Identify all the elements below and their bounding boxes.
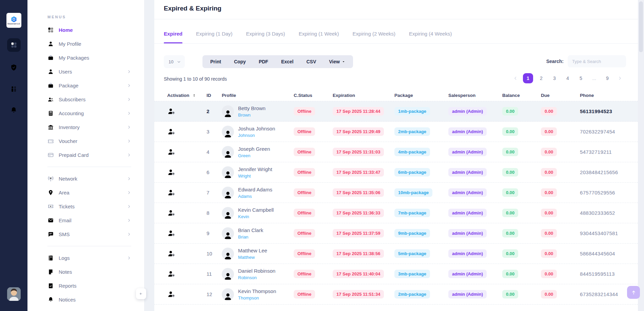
rail-gift-referral-icon[interactable] xyxy=(10,85,18,94)
package-badge[interactable]: 7mb-package xyxy=(394,209,430,217)
package-badge[interactable]: 5mb-package xyxy=(394,249,430,258)
rail-shield-check-icon[interactable] xyxy=(10,64,18,73)
pagination-prev-button[interactable] xyxy=(511,73,520,83)
rail-bell-icon[interactable] xyxy=(10,106,18,116)
column-header-salesperson[interactable]: Salesperson xyxy=(445,93,499,98)
scroll-to-top-button[interactable] xyxy=(627,286,640,299)
tab-expiring-3-days[interactable]: Expiring (3 Days) xyxy=(246,24,285,43)
pagination-next-button[interactable] xyxy=(616,73,624,83)
scrollbar-thumb[interactable] xyxy=(639,1,643,52)
activation-cell[interactable] xyxy=(164,290,203,298)
icon-rail: Onezeroart LLC xyxy=(0,0,27,311)
activation-cell[interactable] xyxy=(164,229,203,237)
main-content: Expired & Expiring ExpiredExpiring (1 Da… xyxy=(154,0,644,311)
activation-cell[interactable] xyxy=(164,188,203,197)
tab-expired[interactable]: Expired xyxy=(164,24,182,43)
sidebar-item-reports[interactable]: Reports xyxy=(27,279,144,293)
subscriber-username-link[interactable]: Johnson xyxy=(238,133,275,138)
package-badge[interactable]: 3mb-package xyxy=(394,270,430,278)
pagination-page-3[interactable]: 3 xyxy=(549,73,560,83)
sidebar-item-users[interactable]: Users xyxy=(27,65,144,79)
sidebar-item-subscribers[interactable]: Subscribers xyxy=(27,92,144,106)
page-size-select[interactable]: 10 xyxy=(164,55,185,68)
pagination-page-5[interactable]: 5 xyxy=(576,73,586,83)
tab-expiring-4-weeks[interactable]: Expiring (4 Weeks) xyxy=(409,24,452,43)
sidebar-item-notes[interactable]: Notes xyxy=(27,265,144,279)
activation-cell[interactable] xyxy=(164,148,203,156)
pdf-button[interactable]: PDF xyxy=(252,56,275,67)
page-scrollbar[interactable] xyxy=(638,0,644,311)
search-input[interactable] xyxy=(568,55,626,67)
subscriber-username-link[interactable]: Robinson xyxy=(238,275,275,280)
column-header-profile[interactable]: Profile xyxy=(218,93,290,98)
rail-dashboard-button[interactable] xyxy=(7,38,21,52)
sidebar-item-package[interactable]: Package xyxy=(27,79,144,92)
due-badge: 0.00 xyxy=(541,107,557,116)
expiry-tabs: ExpiredExpiring (1 Day)Expiring (3 Days)… xyxy=(164,24,644,43)
sidebar-item-home[interactable]: Home xyxy=(27,23,144,37)
sidebar-item-email[interactable]: Email xyxy=(27,213,144,227)
sidebar-item-network[interactable]: Network xyxy=(27,172,144,186)
column-header-balance[interactable]: Balance xyxy=(499,93,538,98)
activation-cell[interactable] xyxy=(164,270,203,278)
sidebar-item-accounting[interactable]: Accounting xyxy=(27,106,144,120)
package-badge[interactable]: 2mb-package xyxy=(394,290,430,298)
column-header-c-status[interactable]: C.Status xyxy=(290,93,329,98)
user-profile-photo[interactable] xyxy=(7,287,21,301)
activation-cell[interactable] xyxy=(164,127,203,136)
pagination-page-4[interactable]: 4 xyxy=(563,73,573,83)
tab-expiring-2-weeks[interactable]: Expiring (2 Weeks) xyxy=(353,24,395,43)
subscriber-username-link[interactable]: Adams xyxy=(238,194,272,199)
sidebar-item-tickets[interactable]: Tickets xyxy=(27,200,144,213)
tab-expiring-1-week[interactable]: Expiring (1 Week) xyxy=(299,24,339,43)
view-dropdown-button[interactable]: View xyxy=(323,56,352,67)
subscriber-username-link[interactable]: Green xyxy=(238,153,270,158)
column-header-id[interactable]: ID xyxy=(203,93,218,98)
sidebar-item-my-profile[interactable]: My Profile xyxy=(27,37,144,51)
subscriber-username-link[interactable]: Brian xyxy=(238,234,263,240)
package-badge[interactable]: 4mb-package xyxy=(394,148,430,156)
pagination-page-1[interactable]: 1 xyxy=(523,73,533,83)
sidebar-item-voucher[interactable]: Voucher xyxy=(27,134,144,148)
pagination-page-2[interactable]: 2 xyxy=(536,73,546,83)
sort-icon[interactable] xyxy=(192,93,196,98)
column-header-phone[interactable]: Phone xyxy=(577,93,631,98)
subscriber-username-link[interactable]: Wright xyxy=(238,173,272,179)
activation-cell[interactable] xyxy=(164,209,203,217)
column-header-expiration[interactable]: Expiration xyxy=(329,93,391,98)
tabs-divider xyxy=(154,43,644,44)
sidebar-item-prepaid-card[interactable]: Prepaid Card xyxy=(27,148,144,162)
package-badge[interactable]: 10mb-package xyxy=(394,188,432,197)
rail-icon-stack xyxy=(0,64,27,116)
package-badge[interactable]: 1mb-package xyxy=(394,107,430,116)
menus-section-label: MENUS xyxy=(47,15,66,19)
package-badge[interactable]: 9mb-package xyxy=(394,229,430,237)
sidebar-item-inventory[interactable]: Inventory xyxy=(27,120,144,134)
activation-cell[interactable] xyxy=(164,168,203,177)
phone-cell: 844519595113 xyxy=(577,271,631,277)
sidebar-item-sms[interactable]: SMS xyxy=(27,227,144,241)
sidebar-collapse-button[interactable] xyxy=(136,288,146,299)
subscriber-username-link[interactable]: Thompson xyxy=(238,295,276,300)
activation-cell[interactable] xyxy=(164,249,203,258)
column-header-due[interactable]: Due xyxy=(538,93,577,98)
csv-button[interactable]: CSV xyxy=(300,56,323,67)
subscriber-username-link[interactable]: Brown xyxy=(238,112,266,118)
brand-logo[interactable]: Onezeroart LLC xyxy=(6,13,21,28)
sidebar-item-notices[interactable]: Notices xyxy=(27,293,144,307)
activation-cell[interactable] xyxy=(164,107,203,116)
sidebar-item-my-packages[interactable]: My Packages xyxy=(27,51,144,65)
copy-button[interactable]: Copy xyxy=(228,56,252,67)
sidebar-item-area[interactable]: Area xyxy=(27,186,144,200)
package-badge[interactable]: 6mb-package xyxy=(394,168,430,177)
column-header-package[interactable]: Package xyxy=(391,93,445,98)
package-badge[interactable]: 2mb-package xyxy=(394,127,430,136)
sidebar-item-logs[interactable]: Logs xyxy=(27,251,144,265)
subscriber-username-link[interactable]: Matthew xyxy=(238,255,267,260)
column-header-activation[interactable]: Activation xyxy=(164,93,203,98)
excel-button[interactable]: Excel xyxy=(275,56,300,67)
print-button[interactable]: Print xyxy=(204,56,228,67)
subscriber-username-link[interactable]: Kevin xyxy=(238,214,274,219)
tab-expiring-1-day[interactable]: Expiring (1 Day) xyxy=(196,24,233,43)
pagination-page-9[interactable]: 9 xyxy=(602,73,612,83)
